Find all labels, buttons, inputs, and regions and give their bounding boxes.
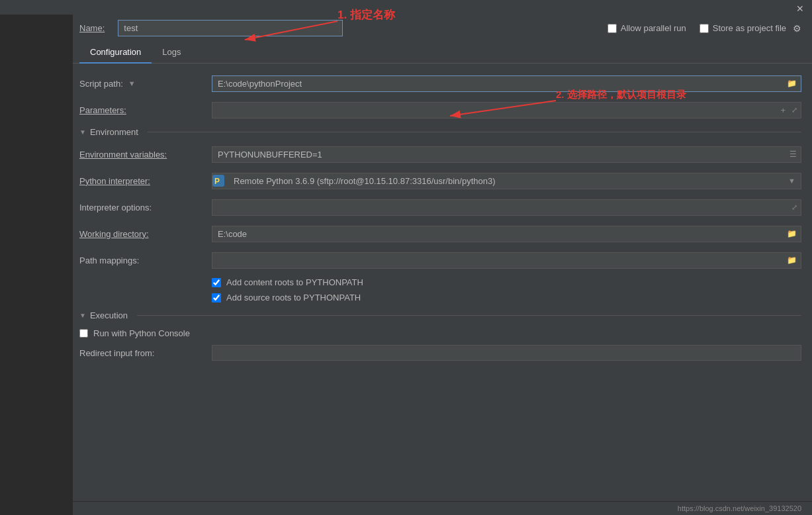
parameters-input[interactable] bbox=[212, 103, 778, 118]
execution-section-header: ▼ Execution bbox=[79, 310, 801, 320]
svg-text:P: P bbox=[214, 177, 220, 186]
add-source-roots-row: Add source roots to PYTHONPATH bbox=[79, 293, 801, 303]
folder-icon[interactable]: 📁 bbox=[783, 76, 801, 91]
script-path-input[interactable] bbox=[212, 76, 783, 91]
tab-logs[interactable]: Logs bbox=[152, 42, 191, 64]
python-interpreter-row: Python interpreter: P Remote Python 3.6.… bbox=[79, 171, 801, 190]
script-path-row: Script path: ▼ 📁 bbox=[79, 74, 801, 93]
name-input[interactable] bbox=[118, 20, 343, 36]
python-interpreter-wrap: P Remote Python 3.6.9 (sftp://root@10.15… bbox=[212, 173, 801, 189]
interpreter-options-input[interactable] bbox=[212, 200, 788, 215]
run-python-console-checkbox[interactable] bbox=[79, 329, 88, 338]
interpreter-options-label: Interpreter options: bbox=[79, 203, 212, 212]
store-project-item: Store as project file ⚙ bbox=[699, 23, 801, 34]
script-path-label: Script path: bbox=[79, 79, 123, 89]
interpreter-options-row: Interpreter options: ⤢ bbox=[79, 198, 801, 216]
run-python-console-row: Run with Python Console bbox=[79, 328, 801, 338]
allow-parallel-checkbox[interactable] bbox=[608, 24, 617, 33]
python-interpreter-value: Remote Python 3.6.9 (sftp://root@10.15.1… bbox=[228, 173, 783, 189]
tab-configuration[interactable]: Configuration bbox=[79, 42, 152, 64]
add-param-icon[interactable]: + bbox=[778, 103, 788, 118]
allow-parallel-label: Allow parallel run bbox=[621, 23, 686, 33]
content-area: Script path: ▼ 📁 Parameters: + ⤢ ▼ Envir… bbox=[0, 64, 812, 501]
dialog: ✕ Name: Allow parallel run Store as proj… bbox=[0, 0, 812, 515]
header-row: Name: Allow parallel run Store as projec… bbox=[0, 15, 812, 42]
run-python-console-label: Run with Python Console bbox=[93, 328, 190, 338]
script-path-input-wrap: 📁 bbox=[212, 75, 801, 92]
environment-section-header: ▼ Environment bbox=[79, 127, 801, 137]
execution-triangle-icon[interactable]: ▼ bbox=[79, 312, 86, 319]
parameters-label: Parameters: bbox=[79, 105, 212, 115]
checkboxes-area: Allow parallel run Store as project file… bbox=[608, 23, 801, 34]
add-content-roots-label: Add content roots to PYTHONPATH bbox=[226, 277, 363, 287]
add-content-roots-row: Add content roots to PYTHONPATH bbox=[79, 277, 801, 287]
parameters-input-wrap: + ⤢ bbox=[212, 102, 801, 118]
working-directory-label: Working directory: bbox=[79, 229, 212, 239]
path-mappings-wrap: 📁 bbox=[212, 252, 801, 269]
name-label: Name: bbox=[79, 23, 105, 33]
interpreter-dropdown-arrow[interactable]: ▼ bbox=[783, 174, 801, 187]
redirect-input-input[interactable] bbox=[212, 346, 801, 361]
sidebar-strip bbox=[0, 15, 73, 515]
python-icon: P bbox=[212, 175, 224, 187]
working-directory-input[interactable] bbox=[212, 226, 783, 242]
path-mappings-label: Path mappings: bbox=[79, 256, 212, 265]
add-content-roots-checkbox[interactable] bbox=[212, 278, 221, 287]
env-triangle-icon[interactable]: ▼ bbox=[79, 128, 86, 136]
tabs-bar: Configuration Logs bbox=[0, 42, 812, 64]
top-bar: ✕ bbox=[0, 0, 812, 15]
redirect-input-wrap bbox=[212, 345, 801, 361]
env-variables-input[interactable] bbox=[212, 147, 786, 162]
gear-icon[interactable]: ⚙ bbox=[793, 23, 801, 34]
expand-params-icon[interactable]: ⤢ bbox=[788, 103, 801, 117]
script-path-dropdown[interactable]: ▼ bbox=[126, 77, 138, 90]
url-label: https://blog.csdn.net/weixin_39132520 bbox=[678, 504, 801, 512]
add-source-roots-label: Add source roots to PYTHONPATH bbox=[226, 293, 361, 303]
allow-parallel-item: Allow parallel run bbox=[608, 23, 686, 33]
footer: https://blog.csdn.net/weixin_39132520 bbox=[0, 501, 812, 515]
working-dir-folder-icon[interactable]: 📁 bbox=[783, 226, 801, 241]
environment-label: Environment bbox=[90, 127, 138, 137]
redirect-input-label: Redirect input from: bbox=[79, 348, 212, 358]
script-path-label-wrap: Script path: ▼ bbox=[79, 77, 212, 90]
interpreter-options-wrap: ⤢ bbox=[212, 199, 801, 216]
working-directory-wrap: 📁 bbox=[212, 226, 801, 242]
python-interpreter-label: Python interpreter: bbox=[79, 176, 212, 186]
env-variables-label: Environment variables: bbox=[79, 150, 212, 160]
env-variables-row: Environment variables: ☰ bbox=[79, 145, 801, 164]
parameters-row: Parameters: + ⤢ bbox=[79, 101, 801, 119]
store-project-label: Store as project file bbox=[713, 23, 786, 33]
store-project-checkbox[interactable] bbox=[699, 24, 709, 33]
close-button[interactable]: ✕ bbox=[793, 3, 807, 15]
redirect-input-row: Redirect input from: bbox=[79, 344, 801, 362]
add-source-roots-checkbox[interactable] bbox=[212, 293, 221, 303]
env-variables-input-wrap: ☰ bbox=[212, 146, 801, 163]
path-mappings-row: Path mappings: 📁 bbox=[79, 251, 801, 269]
path-mappings-folder-icon[interactable]: 📁 bbox=[783, 253, 801, 267]
path-mappings-input[interactable] bbox=[212, 253, 783, 268]
env-edit-icon[interactable]: ☰ bbox=[786, 147, 801, 162]
working-directory-row: Working directory: 📁 bbox=[79, 224, 801, 243]
execution-label: Execution bbox=[90, 310, 128, 320]
expand-options-icon[interactable]: ⤢ bbox=[788, 201, 801, 214]
